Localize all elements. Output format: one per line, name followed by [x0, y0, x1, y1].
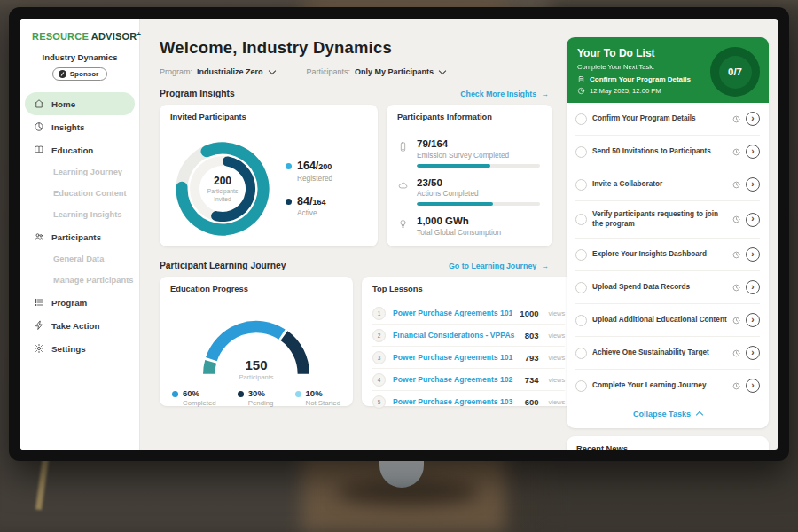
task-checkbox[interactable]: [575, 113, 587, 125]
sidebar-item-take-action[interactable]: Take Action: [20, 314, 139, 337]
lesson-link[interactable]: Power Purchase Agreements 103: [393, 397, 518, 406]
todo-due: 12 May 2025, 12:00 PM: [577, 87, 697, 95]
gauge-center-text: Participants: [190, 373, 323, 381]
clock-icon: [732, 115, 740, 123]
progress-bar-fill: [417, 164, 490, 168]
collapse-tasks-link[interactable]: Collapse Tasks: [567, 402, 769, 428]
task-label: Achieve One Sustainability Target: [592, 348, 727, 358]
photo-stage: RESOURCE ADVISOR+ Industry Dynamics Spon…: [0, 0, 798, 532]
todo-next-task-label: Confirm Your Program Details: [590, 75, 691, 83]
sidebar-item-label: Manage Participants: [53, 276, 133, 285]
info-value: 79/164: [417, 138, 540, 150]
task-open-button[interactable]: ›: [746, 177, 760, 192]
task-checkbox[interactable]: [575, 282, 587, 293]
task-checkbox[interactable]: [575, 214, 587, 225]
task-open-button[interactable]: ›: [746, 313, 760, 327]
sidebar-item-insights[interactable]: Insights: [20, 115, 139, 138]
task-checkbox[interactable]: [575, 380, 587, 392]
invited-card-body: 200 Participants Invited 164/200: [160, 129, 378, 241]
lesson-link[interactable]: Power Purchase Agreements 101: [393, 309, 512, 317]
sidebar-item-settings[interactable]: Settings: [20, 337, 139, 360]
gauge-center-value: 150: [190, 357, 323, 373]
legend-item-registered: 164/200 Registered: [286, 160, 332, 183]
program-filter-dropdown[interactable]: Program: Industrialize Zero: [160, 67, 275, 76]
info-label: Emission Survey Completed: [417, 151, 540, 160]
sidebar-item-label: Take Action: [51, 321, 99, 331]
clock-icon: [732, 317, 740, 325]
sponsor-badge[interactable]: Sponsor: [52, 67, 107, 81]
legend-dot-icon: [286, 163, 292, 169]
home-icon: [34, 98, 44, 109]
todo-counter: 0/7: [719, 56, 752, 89]
sidebar-item-program[interactable]: Program: [20, 291, 139, 314]
right-panel: Your To Do List Complete Your Next Task:…: [561, 19, 778, 450]
legend-item-completed: 60%Completed: [172, 389, 216, 407]
legend-total: 200: [318, 162, 332, 171]
sidebar-item-label: Participants: [51, 232, 101, 242]
participants-filter-dropdown[interactable]: Participants: Only My Participants: [307, 67, 446, 76]
sidebar-item-manage-participants[interactable]: Manage Participants: [20, 270, 139, 291]
take-action-icon: [34, 320, 44, 331]
sidebar-nav: Home Insights Education Learning Journey…: [20, 92, 139, 360]
task-label: Confirm Your Program Details: [592, 114, 727, 124]
lesson-rank-badge: 3: [372, 351, 386, 364]
task-open-button[interactable]: ›: [746, 346, 760, 360]
go-to-learning-journey-link[interactable]: Go to Learning Journey →: [449, 262, 549, 270]
sidebar-item-education-content[interactable]: Education Content: [20, 183, 139, 204]
top-lessons-card: Top Lessons 1 Power Purchase Agreements …: [362, 277, 575, 406]
sponsor-badge-icon: [59, 70, 66, 78]
info-value: 1,000 GWh: [417, 215, 540, 227]
participants-information-card: Participants Information 79/164 Emission…: [387, 105, 552, 246]
todo-task-list: Confirm Your Program Details › Send 50 I…: [567, 103, 769, 402]
task-open-button[interactable]: ›: [746, 112, 760, 126]
task-checkbox[interactable]: [575, 348, 587, 359]
lesson-link[interactable]: Power Purchase Agreements 102: [393, 375, 518, 384]
collapse-tasks-label: Collapse Tasks: [633, 410, 691, 419]
task-checkbox[interactable]: [575, 315, 587, 326]
program-insights-header: Program Insights Check More Insights →: [160, 89, 549, 98]
survey-icon: [397, 141, 409, 153]
lesson-row: 5 Power Purchase Agreements 103 600 view…: [372, 391, 565, 412]
sidebar-item-participants[interactable]: Participants: [20, 225, 139, 248]
task-checkbox[interactable]: [575, 179, 587, 191]
sidebar-item-general-data[interactable]: General Data: [20, 248, 139, 270]
brand-secondary: ADVISOR: [91, 31, 137, 42]
legend-dot-icon: [295, 391, 301, 397]
legend-label: Not Started: [306, 399, 340, 407]
sidebar-item-label: General Data: [53, 254, 104, 263]
learning-cards-row: Education Progress 150 Participants: [160, 277, 552, 406]
education-gauge-chart: 150 Participants: [190, 309, 323, 381]
program-insights-title: Program Insights: [160, 89, 235, 98]
legend-label: Registered: [297, 174, 332, 183]
sidebar-item-home[interactable]: Home: [25, 92, 135, 115]
lesson-link[interactable]: Financial Considerations - VPPAs: [393, 331, 518, 340]
clock-icon: [732, 382, 740, 390]
task-open-button[interactable]: ›: [746, 379, 760, 393]
check-more-insights-link[interactable]: Check More Insights →: [460, 90, 549, 98]
info-label: Total Global Consumption: [417, 228, 540, 237]
task-open-button[interactable]: ›: [746, 213, 760, 227]
info-value: 23/50: [417, 177, 540, 189]
sidebar-item-learning-journey[interactable]: Learning Journey: [20, 161, 139, 183]
sidebar-item-education[interactable]: Education: [20, 138, 139, 161]
todo-next-task: Confirm Your Program Details: [577, 75, 697, 83]
participants-filter-value: Only My Participants: [355, 67, 434, 76]
task-open-button[interactable]: ›: [746, 145, 760, 159]
task-checkbox[interactable]: [575, 249, 587, 261]
task-checkbox[interactable]: [575, 146, 587, 158]
donut-center-label: 200 Participants Invited: [170, 137, 275, 241]
todo-header: Your To Do List Complete Your Next Task:…: [567, 37, 769, 103]
insights-icon: [34, 121, 44, 132]
todo-card: Your To Do List Complete Your Next Task:…: [567, 37, 769, 428]
legend-pct: 30%: [248, 389, 274, 399]
todo-progress-ring: 0/7: [710, 47, 760, 97]
task-open-button[interactable]: ›: [746, 280, 760, 294]
task-open-button[interactable]: ›: [746, 247, 760, 262]
program-filter-label: Program:: [160, 67, 192, 76]
task-label: Send 50 Invitations to Participants: [592, 147, 727, 157]
sidebar: RESOURCE ADVISOR+ Industry Dynamics Spon…: [20, 19, 140, 450]
lesson-link[interactable]: Power Purchase Agreements 101: [393, 353, 518, 362]
sidebar-item-label: Insights: [51, 122, 85, 132]
task-row: Complete Your Learning Journey ›: [575, 370, 760, 402]
sidebar-item-learning-insights[interactable]: Learning Insights: [20, 204, 139, 225]
